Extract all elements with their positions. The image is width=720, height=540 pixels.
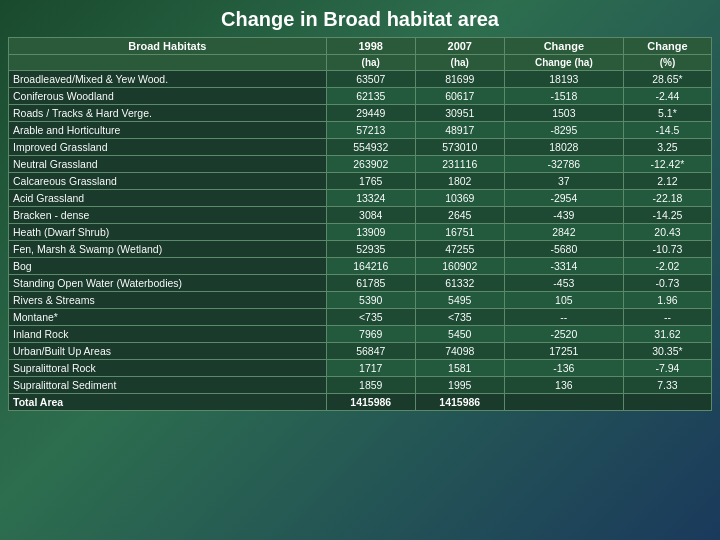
table-header-row-2: (ha) (ha) Change (ha) (%) (9, 55, 712, 71)
col-change-pct-header: Change (623, 38, 711, 55)
table-header-row-1: Broad Habitats 1998 2007 Change Change (9, 38, 712, 55)
row-1998-value: 61785 (326, 275, 415, 292)
row-2007-value: 81699 (415, 71, 504, 88)
page-title: Change in Broad habitat area (221, 8, 499, 31)
row-change-ha: -1518 (504, 88, 623, 105)
row-2007-value: 60617 (415, 88, 504, 105)
row-label: Calcareous Grassland (9, 173, 327, 190)
row-2007-value: 1581 (415, 360, 504, 377)
table-row: Acid Grassland1332410369-2954-22.18 (9, 190, 712, 207)
row-change-pct: 28.65* (623, 71, 711, 88)
row-label: Fen, Marsh & Swamp (Wetland) (9, 241, 327, 258)
row-1998-value: 164216 (326, 258, 415, 275)
table-row: Broadleaved/Mixed & Yew Wood.63507816991… (9, 71, 712, 88)
col-1998-header: 1998 (326, 38, 415, 55)
row-1998-value: 5390 (326, 292, 415, 309)
row-2007-value: <735 (415, 309, 504, 326)
row-change-ha (504, 394, 623, 411)
row-2007-value: 10369 (415, 190, 504, 207)
row-2007-value: 1415986 (415, 394, 504, 411)
table-row: Roads / Tracks & Hard Verge.294493095115… (9, 105, 712, 122)
table-row: Total Area14159861415986 (9, 394, 712, 411)
row-change-pct: -10.73 (623, 241, 711, 258)
table-row: Improved Grassland554932573010180283.25 (9, 139, 712, 156)
row-label: Bog (9, 258, 327, 275)
row-1998-value: 1415986 (326, 394, 415, 411)
row-change-pct: -12.42* (623, 156, 711, 173)
row-1998-value: 56847 (326, 343, 415, 360)
row-1998-value: 29449 (326, 105, 415, 122)
row-label: Urban/Built Up Areas (9, 343, 327, 360)
col-1998-unit: (ha) (326, 55, 415, 71)
row-1998-value: 52935 (326, 241, 415, 258)
row-change-ha: -2954 (504, 190, 623, 207)
row-1998-value: 263902 (326, 156, 415, 173)
row-2007-value: 16751 (415, 224, 504, 241)
row-2007-value: 5495 (415, 292, 504, 309)
table-row: Calcareous Grassland17651802372.12 (9, 173, 712, 190)
row-change-ha: -439 (504, 207, 623, 224)
table-row: Urban/Built Up Areas56847740981725130.35… (9, 343, 712, 360)
col-broad-habitats: Broad Habitats (9, 38, 327, 55)
row-2007-value: 47255 (415, 241, 504, 258)
row-change-ha: 2842 (504, 224, 623, 241)
row-change-ha: -2520 (504, 326, 623, 343)
row-change-pct: 7.33 (623, 377, 711, 394)
col-change-pct-unit: (%) (623, 55, 711, 71)
data-table: Broad Habitats 1998 2007 Change Change (… (8, 37, 712, 411)
row-label: Coniferous Woodland (9, 88, 327, 105)
row-1998-value: 62135 (326, 88, 415, 105)
row-label: Heath (Dwarf Shrub) (9, 224, 327, 241)
page-container: Change in Broad habitat area Broad Habit… (0, 0, 720, 540)
table-row: Fen, Marsh & Swamp (Wetland)5293547255-5… (9, 241, 712, 258)
row-change-pct: -7.94 (623, 360, 711, 377)
row-change-ha: -5680 (504, 241, 623, 258)
col-2007-unit: (ha) (415, 55, 504, 71)
row-2007-value: 5450 (415, 326, 504, 343)
row-label: Montane* (9, 309, 327, 326)
row-change-pct: -0.73 (623, 275, 711, 292)
row-2007-value: 2645 (415, 207, 504, 224)
row-change-pct: -22.18 (623, 190, 711, 207)
table-wrapper: Broad Habitats 1998 2007 Change Change (… (8, 37, 712, 411)
row-change-ha: -8295 (504, 122, 623, 139)
table-row: Standing Open Water (Waterbodies)6178561… (9, 275, 712, 292)
row-change-pct: 5.1* (623, 105, 711, 122)
row-change-pct: -2.44 (623, 88, 711, 105)
row-label: Improved Grassland (9, 139, 327, 156)
row-change-pct: -14.25 (623, 207, 711, 224)
table-row: Supralittoral Rock17171581-136-7.94 (9, 360, 712, 377)
row-1998-value: 554932 (326, 139, 415, 156)
row-label: Standing Open Water (Waterbodies) (9, 275, 327, 292)
row-2007-value: 1995 (415, 377, 504, 394)
row-label: Roads / Tracks & Hard Verge. (9, 105, 327, 122)
row-change-ha: -32786 (504, 156, 623, 173)
row-change-ha: 1503 (504, 105, 623, 122)
row-1998-value: <735 (326, 309, 415, 326)
table-row: Neutral Grassland263902231116-32786-12.4… (9, 156, 712, 173)
row-label: Supralittoral Rock (9, 360, 327, 377)
table-row: Heath (Dwarf Shrub)1390916751284220.43 (9, 224, 712, 241)
row-2007-value: 74098 (415, 343, 504, 360)
table-row: Supralittoral Sediment185919951367.33 (9, 377, 712, 394)
row-change-ha: 17251 (504, 343, 623, 360)
row-change-pct: 20.43 (623, 224, 711, 241)
col-2007-header: 2007 (415, 38, 504, 55)
row-change-pct: 2.12 (623, 173, 711, 190)
row-change-ha: 18193 (504, 71, 623, 88)
row-label: Supralittoral Sediment (9, 377, 327, 394)
col-change-ha-unit: Change (ha) (504, 55, 623, 71)
row-label: Rivers & Streams (9, 292, 327, 309)
row-2007-value: 48917 (415, 122, 504, 139)
row-2007-value: 30951 (415, 105, 504, 122)
col-change-ha-header: Change (504, 38, 623, 55)
row-change-pct: 3.25 (623, 139, 711, 156)
row-change-pct: 1.96 (623, 292, 711, 309)
row-change-pct: -2.02 (623, 258, 711, 275)
row-1998-value: 1859 (326, 377, 415, 394)
row-2007-value: 160902 (415, 258, 504, 275)
table-row: Bog164216160902-3314-2.02 (9, 258, 712, 275)
table-row: Montane*<735<735---- (9, 309, 712, 326)
row-2007-value: 1802 (415, 173, 504, 190)
row-label: Inland Rock (9, 326, 327, 343)
